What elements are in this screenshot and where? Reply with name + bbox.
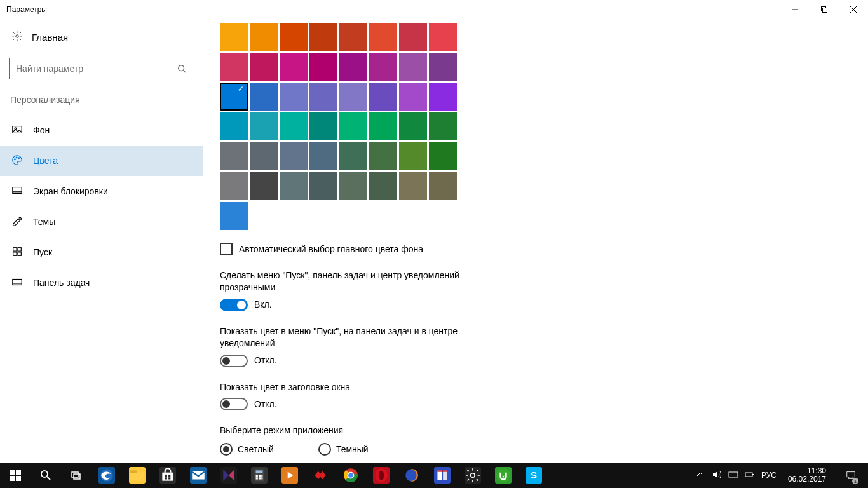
color-swatch[interactable] <box>309 23 337 51</box>
taskbar-app-opera[interactable] <box>366 463 397 488</box>
close-button[interactable] <box>839 0 868 19</box>
color-swatch[interactable] <box>339 142 367 170</box>
nav-item-colors[interactable]: Цвета <box>0 146 203 176</box>
svg-point-57 <box>503 476 505 478</box>
system-tray[interactable]: РУС 11:30 06.02.2017 1 <box>695 463 868 488</box>
taskbar-app-skype[interactable]: S <box>519 463 549 488</box>
search-field[interactable] <box>10 64 171 74</box>
color-swatch[interactable] <box>280 23 308 51</box>
color-swatch[interactable] <box>339 112 367 140</box>
color-swatch[interactable] <box>339 53 367 81</box>
network-icon[interactable] <box>728 470 738 482</box>
taskbar-app-totalcmd[interactable] <box>427 463 458 488</box>
taskbar-app-explorer[interactable] <box>122 463 153 488</box>
color-swatch[interactable] <box>399 53 427 81</box>
color-swatch[interactable] <box>399 112 427 140</box>
color-swatch[interactable] <box>429 23 457 51</box>
taskbar-app-media[interactable] <box>275 463 305 488</box>
color-swatch[interactable] <box>369 142 397 170</box>
minimize-button[interactable] <box>780 0 810 19</box>
radio-light[interactable]: Светлый <box>220 443 274 456</box>
color-swatch[interactable] <box>399 23 427 51</box>
taskview-button[interactable] <box>61 463 92 488</box>
home-button[interactable]: Главная <box>0 25 203 49</box>
color-swatch[interactable] <box>369 172 397 200</box>
taskbar-app-firefox[interactable] <box>397 463 427 488</box>
color-swatch[interactable] <box>280 112 308 140</box>
color-swatch[interactable] <box>280 142 308 170</box>
color-swatch[interactable] <box>220 83 248 111</box>
color-swatch[interactable] <box>250 53 278 81</box>
taskbar-app-people[interactable] <box>214 463 244 488</box>
color-swatch[interactable] <box>399 83 427 111</box>
svg-rect-20 <box>10 476 15 481</box>
taskbar-app-chrome[interactable] <box>336 463 366 488</box>
taskbar-app-utorrent[interactable] <box>488 463 519 488</box>
color-swatch[interactable] <box>220 53 248 81</box>
color-swatch[interactable] <box>309 112 337 140</box>
taskbar-app-store[interactable] <box>153 463 183 488</box>
search-input[interactable] <box>9 58 193 79</box>
color-swatch[interactable] <box>429 142 457 170</box>
taskbar-app-settings[interactable] <box>458 463 488 488</box>
color-swatch[interactable] <box>309 83 337 111</box>
toggle-show-color-title[interactable] <box>220 398 248 410</box>
color-swatch[interactable] <box>280 53 308 81</box>
colors-icon <box>11 154 23 168</box>
color-swatch[interactable] <box>339 23 367 51</box>
radio-dark[interactable]: Темный <box>318 443 369 456</box>
color-swatch[interactable] <box>250 172 278 200</box>
color-swatch[interactable] <box>399 142 427 170</box>
nav-item-background[interactable]: Фон <box>0 115 203 146</box>
nav-item-taskbar[interactable]: Панель задач <box>0 268 203 298</box>
toggle-state-label: Вкл. <box>254 299 272 311</box>
auto-color-checkbox[interactable]: Автоматический выбор главного цвета фона <box>220 243 855 255</box>
color-swatch[interactable] <box>220 142 248 170</box>
nav-item-themes[interactable]: Темы <box>0 207 203 237</box>
color-swatch[interactable] <box>220 172 248 200</box>
toggle-transparency[interactable] <box>220 299 248 311</box>
start-button[interactable] <box>0 463 31 488</box>
action-center-button[interactable]: 1 <box>837 463 864 488</box>
battery-icon[interactable] <box>745 470 755 482</box>
color-swatch[interactable] <box>369 112 397 140</box>
taskbar-app-xsplit[interactable] <box>305 463 336 488</box>
color-swatch[interactable] <box>250 112 278 140</box>
color-swatch[interactable] <box>250 142 278 170</box>
taskbar-app-mail[interactable] <box>183 463 214 488</box>
color-swatch[interactable] <box>250 23 278 51</box>
tray-chevron-icon[interactable] <box>695 470 705 482</box>
color-swatch[interactable] <box>429 112 457 140</box>
maximize-button[interactable] <box>810 0 839 19</box>
setting-label: Показать цвет в меню "Пуск", на панели з… <box>220 325 487 349</box>
language-indicator[interactable]: РУС <box>761 471 776 480</box>
nav-item-lockscreen[interactable]: Экран блокировки <box>0 176 203 207</box>
color-swatch[interactable] <box>429 53 457 81</box>
color-swatch[interactable] <box>339 83 367 111</box>
svg-rect-29 <box>165 475 167 477</box>
taskbar-app-edge[interactable] <box>92 463 122 488</box>
color-swatch[interactable] <box>369 23 397 51</box>
color-swatch[interactable] <box>309 53 337 81</box>
color-swatch[interactable] <box>220 112 248 140</box>
svg-text:S: S <box>531 470 537 480</box>
color-swatch[interactable] <box>280 172 308 200</box>
recent-color-swatch[interactable] <box>220 202 248 230</box>
color-swatch[interactable] <box>220 23 248 51</box>
search-button[interactable] <box>31 463 61 488</box>
color-swatch[interactable] <box>429 83 457 111</box>
toggle-show-color-start[interactable] <box>220 355 248 367</box>
color-swatch[interactable] <box>369 83 397 111</box>
color-swatch[interactable] <box>399 172 427 200</box>
nav-item-start[interactable]: Пуск <box>0 237 203 268</box>
color-swatch[interactable] <box>309 172 337 200</box>
color-swatch[interactable] <box>339 172 367 200</box>
color-swatch[interactable] <box>309 142 337 170</box>
color-swatch[interactable] <box>369 53 397 81</box>
taskbar-app-calc[interactable] <box>244 463 275 488</box>
color-swatch[interactable] <box>250 83 278 111</box>
volume-icon[interactable] <box>712 470 722 482</box>
color-swatch[interactable] <box>429 172 457 200</box>
color-swatch[interactable] <box>280 83 308 111</box>
clock[interactable]: 11:30 06.02.2017 <box>783 467 831 484</box>
